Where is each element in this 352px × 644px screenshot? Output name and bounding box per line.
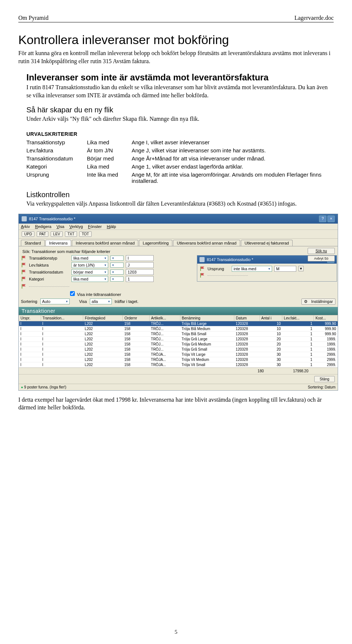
menu-item[interactable]: Verktyg [69, 224, 83, 229]
column-header[interactable]: Lev.fakt... [282, 315, 314, 321]
svg-rect-0 [22, 256, 22, 260]
page-number: 5 [0, 629, 352, 635]
column-header[interactable]: Kost... [314, 315, 338, 321]
paragraph: I rutin 8147 Transaktionsstudio kan du e… [26, 83, 334, 99]
table-row[interactable]: IIL202158TRÖJ...Tröja Blå Medium12032810… [19, 326, 338, 331]
tail-label: träffar i taget. [115, 299, 139, 304]
table-row[interactable]: IIL202158TRÖJA...Tröja Vit Large12032830… [19, 352, 338, 357]
operator-select[interactable]: inte lika med▾ [232, 266, 272, 272]
tab[interactable]: Utleverans bokförd annan månad [173, 240, 240, 246]
menu-item[interactable]: Fönster [88, 224, 102, 229]
heading-2: Inleveranser som inte är avstämda mot le… [26, 72, 334, 83]
sort-label: Sortering [21, 299, 37, 304]
picker-button[interactable]: ▾ [110, 276, 124, 282]
column-header[interactable]: Artikelk... [150, 315, 180, 321]
menu-bar[interactable]: ArkivRedigeraVisaVerktygFönsterHjälp [19, 224, 338, 230]
tab[interactable]: Lageromföring [139, 240, 172, 246]
titlebar[interactable]: 8147 Transaktionsstudio * ? × [19, 214, 338, 224]
operator-select[interactable]: börjar med▾ [72, 269, 108, 275]
table-row[interactable]: IIL202158TRÖJA...Tröja Vit Small12032830… [19, 362, 338, 367]
crit-field: Transaktionstyp [26, 139, 87, 145]
status-text: 9 poster funna. (Inga fler!) [24, 385, 66, 389]
gear-icon: ⚙ [304, 299, 308, 304]
value-input[interactable]: 1203 [126, 269, 154, 275]
toolbar-button[interactable]: PAT [37, 231, 48, 237]
search-label: Sök: Transaktioner som matchar följande … [22, 249, 336, 254]
column-header[interactable]: Antal i [260, 315, 282, 321]
menu-item[interactable]: Visa [56, 224, 64, 229]
value-input[interactable]: 1 [126, 276, 154, 282]
operator-select[interactable]: lika med▾ [72, 255, 108, 261]
flag-icon[interactable] [199, 273, 205, 278]
filter-label: Ursprung [208, 267, 230, 271]
flag-icon[interactable] [21, 269, 27, 275]
settings-button[interactable]: ⚙ Inställningar [301, 299, 336, 305]
hide-time-checkbox[interactable] [70, 291, 75, 296]
crit-desc: Ange M, för att inte visa lageromföringa… [132, 171, 334, 184]
svg-rect-4 [200, 267, 201, 271]
table-row[interactable]: IIL202158TRÖJ...Tröja Grå Small120328201… [19, 347, 338, 352]
value-input[interactable]: M [274, 266, 296, 272]
search-now-button[interactable]: Sök nu [308, 248, 335, 254]
tab[interactable]: Inleverans [45, 240, 72, 246]
filter-label: Transaktionstyp [29, 256, 69, 260]
toolbar-button[interactable]: LEV [51, 231, 63, 237]
picker-icon[interactable]: ▾ [298, 266, 304, 271]
total-qty: 180 [258, 369, 264, 373]
menu-item[interactable]: Arkiv [21, 224, 30, 229]
operator-select[interactable]: lika med▾ [72, 276, 108, 282]
paragraph: Under Arkiv väljs "Ny flik" och därefter… [26, 115, 334, 123]
toolbar-button[interactable]: TXT [65, 231, 77, 237]
value-input[interactable]: J [126, 262, 154, 268]
operator-select[interactable]: är tom (J/N)▾ [72, 262, 108, 268]
header-right: Lagervaerde.doc [294, 15, 334, 21]
toolbar-button[interactable]: UPD [22, 231, 34, 237]
flag-icon[interactable] [199, 266, 205, 271]
close-button[interactable]: Stäng [314, 376, 335, 382]
picker-button[interactable]: ▾ [110, 256, 124, 261]
table-row[interactable]: IIL202158TRÖJ...Tröja Blå Large120328101… [19, 321, 338, 326]
close-button[interactable]: × [327, 216, 335, 222]
flag-icon[interactable] [21, 284, 27, 289]
svg-rect-3 [22, 277, 22, 281]
column-header[interactable]: Ordernr [123, 315, 150, 321]
filter-label: Kategori [29, 277, 69, 281]
checkbox-row[interactable]: Visa inte tidtransaktioner [69, 290, 336, 297]
menu-item[interactable]: Redigera [35, 224, 51, 229]
filter-label: Lev.faktura [29, 263, 69, 267]
picker-button[interactable]: ▾ [110, 263, 124, 268]
show-select[interactable]: alla▾ [90, 299, 112, 304]
value-input[interactable]: I [126, 255, 154, 261]
help-button[interactable]: ? [319, 216, 326, 222]
cancel-search-button[interactable]: Avbryt Sö [308, 256, 335, 261]
transactions-table[interactable]: Urspr.Transaktion...FöretagskodOrdernrAr… [19, 315, 338, 368]
picker-button[interactable]: ▾ [110, 269, 124, 275]
flag-icon[interactable] [21, 263, 27, 268]
svg-rect-5 [200, 273, 201, 278]
column-header[interactable]: Företagskod [83, 315, 123, 321]
column-header[interactable]: Datum [234, 315, 260, 321]
table-row[interactable]: IIL202158TRÖJ...Tröja Grå Large120328201… [19, 336, 338, 341]
flag-icon[interactable] [21, 276, 27, 282]
tab[interactable]: Utlevererad ej fakturerad [241, 240, 293, 246]
table-row[interactable]: IIL202158TRÖJ...Tröja Blå Small120328101… [19, 331, 338, 336]
sort-select[interactable]: Auto▾ [40, 299, 70, 304]
flag-icon[interactable] [21, 256, 27, 261]
tab[interactable]: Inleverans bokförd annan månad [72, 240, 138, 246]
menu-item[interactable]: Hjälp [107, 224, 116, 229]
crit-op: Inte lika med [87, 171, 132, 184]
empty-label [208, 275, 248, 276]
column-header[interactable]: Urspr. [19, 315, 41, 321]
tabs[interactable]: StandardInleveransInleverans bokförd ann… [19, 239, 338, 246]
total-cost: 17998.20 [293, 369, 308, 373]
grid-title: Transaktioner [19, 307, 338, 315]
table-row[interactable]: IIL202158TRÖJ...Tröja Grå Medium12032820… [19, 341, 338, 347]
table-row[interactable]: IIL202158TRÖJA...Tröja Vit Medium1203283… [19, 357, 338, 362]
tab[interactable]: Standard [21, 240, 45, 246]
criteria-heading: URVALSKRITERIER [26, 131, 334, 137]
column-header[interactable]: Benämning [180, 315, 234, 321]
toolbar-button[interactable]: TOT [79, 231, 92, 237]
column-header[interactable]: Transaktion... [41, 315, 83, 321]
paragraph: Via verktygspaletten väljs Anpassa listk… [26, 200, 334, 208]
crit-op: Lika med [87, 163, 132, 170]
